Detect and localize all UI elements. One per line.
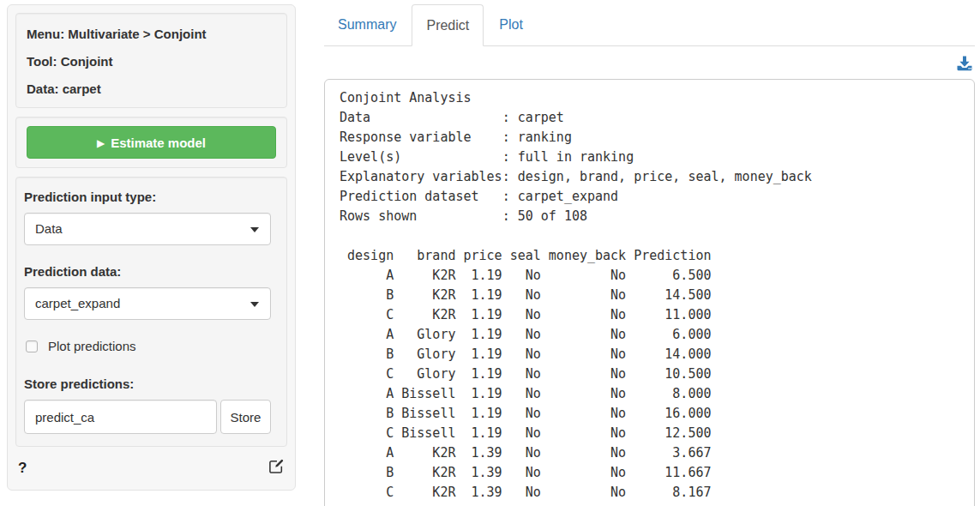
store-predictions-input[interactable] <box>24 400 217 434</box>
prediction-data-label: Prediction data: <box>24 264 271 279</box>
prediction-data-value: carpet_expand <box>35 296 120 310</box>
dataset-name: Data: carpet <box>27 81 276 97</box>
plot-predictions-checkbox[interactable] <box>26 340 38 352</box>
prediction-data-select[interactable]: carpet_expand <box>24 287 271 320</box>
edit-report-icon[interactable] <box>268 458 285 478</box>
main-panel: Summary Predict Plot Conjoint Analysis D… <box>324 4 975 506</box>
prediction-panel: Prediction input type: Data Prediction d… <box>15 177 287 447</box>
store-predictions-label: Store predictions: <box>24 376 271 391</box>
tab-plot[interactable]: Plot <box>485 4 537 46</box>
prediction-input-type-value: Data <box>35 221 63 236</box>
tab-predict-label[interactable]: Predict <box>412 4 484 46</box>
sidebar: Menu: Multivariate > Conjoint Tool: Conj… <box>7 4 296 491</box>
menu-breadcrumb: Menu: Multivariate > Conjoint <box>27 26 276 42</box>
toolbar-row <box>324 46 975 79</box>
tab-summary-label[interactable]: Summary <box>324 4 410 45</box>
tab-bar: Summary Predict Plot <box>324 4 975 46</box>
prediction-input-type-label: Prediction input type: <box>24 190 271 204</box>
tab-plot-label[interactable]: Plot <box>485 4 537 45</box>
store-button[interactable]: Store <box>220 400 271 434</box>
estimate-model-label: Estimate model <box>111 136 206 150</box>
predict-output-box: Conjoint Analysis Data : carpet Response… <box>324 79 975 506</box>
estimate-panel: ▶Estimate model <box>15 117 287 168</box>
plot-predictions-row: Plot predictions <box>26 339 271 353</box>
predict-output: Conjoint Analysis Data : carpet Response… <box>340 88 959 503</box>
tab-summary[interactable]: Summary <box>324 4 410 46</box>
caret-down-icon <box>250 302 259 307</box>
app-root: Menu: Multivariate > Conjoint Tool: Conj… <box>0 0 980 506</box>
caret-down-icon <box>250 227 259 232</box>
prediction-input-type-select[interactable]: Data <box>24 213 271 245</box>
sidebar-footer: ? <box>15 455 287 478</box>
context-info-panel: Menu: Multivariate > Conjoint Tool: Conj… <box>15 13 287 108</box>
plot-predictions-label: Plot predictions <box>48 339 136 353</box>
download-icon[interactable] <box>956 55 973 72</box>
store-predictions-row: Store <box>24 400 271 434</box>
help-icon[interactable]: ? <box>18 460 27 477</box>
tool-name: Tool: Conjoint <box>27 53 276 69</box>
estimate-model-button[interactable]: ▶Estimate model <box>27 126 276 159</box>
tab-predict[interactable]: Predict <box>412 4 484 46</box>
play-icon: ▶ <box>97 137 105 149</box>
